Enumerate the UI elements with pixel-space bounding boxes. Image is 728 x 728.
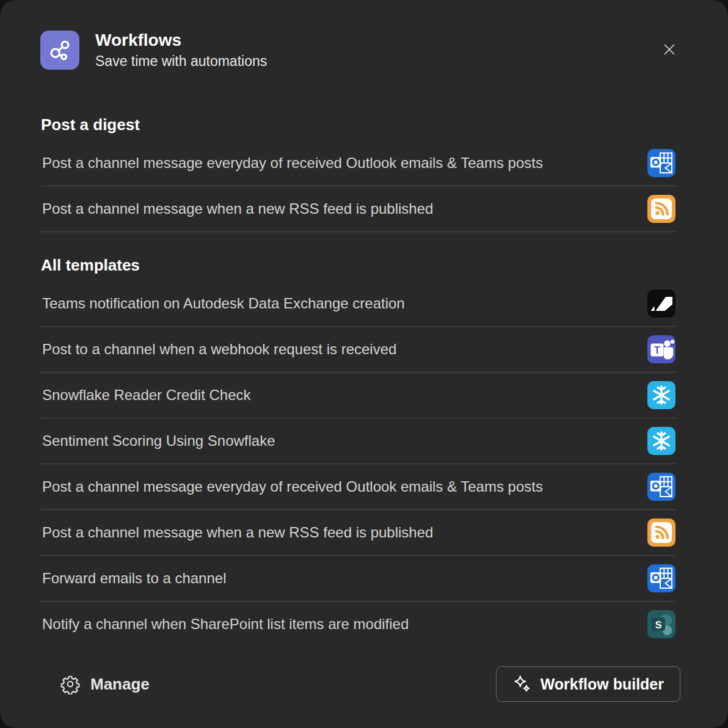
header-text: Workflows Save time with automations bbox=[95, 30, 656, 70]
workflow-template-row[interactable]: Snowflake Reader Credit Check bbox=[40, 373, 675, 418]
gear-icon bbox=[60, 674, 81, 694]
rss-icon bbox=[647, 519, 675, 547]
workflow-template-label: Post a channel message when a new RSS fe… bbox=[40, 200, 433, 217]
workflow-template-label: Post a channel message everyday of recei… bbox=[40, 155, 543, 172]
section-rows: Post a channel message everyday of recei… bbox=[40, 140, 675, 232]
workflow-template-row[interactable]: Post a channel message when a new RSS fe… bbox=[40, 510, 675, 556]
workflow-template-label: Post a channel message when a new RSS fe… bbox=[40, 524, 433, 541]
workflow-template-label: Teams notification on Autodesk Data Exch… bbox=[40, 295, 405, 312]
dialog-header: Workflows Save time with automations bbox=[40, 31, 675, 70]
outlook-icon bbox=[647, 564, 675, 592]
workflow-builder-label: Workflow builder bbox=[541, 675, 664, 693]
manage-button[interactable]: Manage bbox=[57, 669, 152, 699]
outlook-icon bbox=[647, 473, 675, 501]
section-rows: Teams notification on Autodesk Data Exch… bbox=[40, 281, 675, 647]
workflow-template-row[interactable]: Post a channel message when a new RSS fe… bbox=[40, 186, 675, 232]
workflows-app-icon bbox=[40, 31, 79, 70]
workflow-template-row[interactable]: Sentiment Scoring Using Snowflake bbox=[40, 418, 675, 464]
svg-text:S: S bbox=[655, 620, 662, 630]
template-section: Post a digest Post a channel message eve… bbox=[40, 112, 675, 232]
workflow-template-row[interactable]: Teams notification on Autodesk Data Exch… bbox=[40, 281, 675, 327]
workflow-template-row[interactable]: Post a channel message everyday of recei… bbox=[40, 140, 675, 186]
workflow-template-label: Sentiment Scoring Using Snowflake bbox=[40, 432, 275, 450]
section-title: Post a digest bbox=[41, 112, 675, 137]
outlook-icon bbox=[647, 149, 675, 177]
section-title: All templates bbox=[41, 253, 675, 277]
close-icon bbox=[660, 40, 679, 60]
dialog-subtitle: Save time with automations bbox=[95, 52, 656, 70]
sections: Post a digest Post a channel message eve… bbox=[40, 112, 675, 647]
workflows-dialog: Workflows Save time with automations Pos… bbox=[0, 0, 728, 728]
workflow-template-label: Post to a channel when a webhook request… bbox=[40, 341, 396, 358]
workflow-template-label: Notify a channel when SharePoint list it… bbox=[40, 616, 409, 633]
workflow-template-label: Post a channel message everyday of recei… bbox=[40, 478, 543, 495]
dialog-title: Workflows bbox=[95, 30, 656, 51]
snowflake-icon bbox=[647, 427, 675, 455]
teams-icon: T bbox=[647, 335, 675, 363]
snowflake-icon bbox=[647, 381, 675, 409]
manage-button-label: Manage bbox=[90, 675, 150, 694]
workflow-template-row[interactable]: Forward emails to a channel bbox=[40, 556, 675, 602]
dialog-footer: Manage Workflow builder bbox=[40, 666, 675, 702]
workflow-template-label: Snowflake Reader Credit Check bbox=[40, 387, 251, 404]
sparkles-icon bbox=[512, 674, 532, 694]
workflow-template-row[interactable]: Post to a channel when a webhook request… bbox=[40, 327, 675, 373]
rss-icon bbox=[647, 195, 675, 223]
workflow-template-row[interactable]: Post a channel message everyday of recei… bbox=[40, 464, 675, 510]
template-section: All templates Teams notification on Auto… bbox=[40, 253, 675, 647]
sharepoint-icon: S bbox=[647, 610, 675, 638]
workflow-template-label: Forward emails to a channel bbox=[40, 570, 226, 587]
autodesk-icon bbox=[647, 289, 675, 318]
close-button[interactable] bbox=[656, 37, 683, 64]
svg-text:T: T bbox=[654, 345, 660, 355]
workflow-builder-button[interactable]: Workflow builder bbox=[496, 666, 680, 702]
workflow-template-row[interactable]: Notify a channel when SharePoint list it… bbox=[40, 602, 675, 647]
